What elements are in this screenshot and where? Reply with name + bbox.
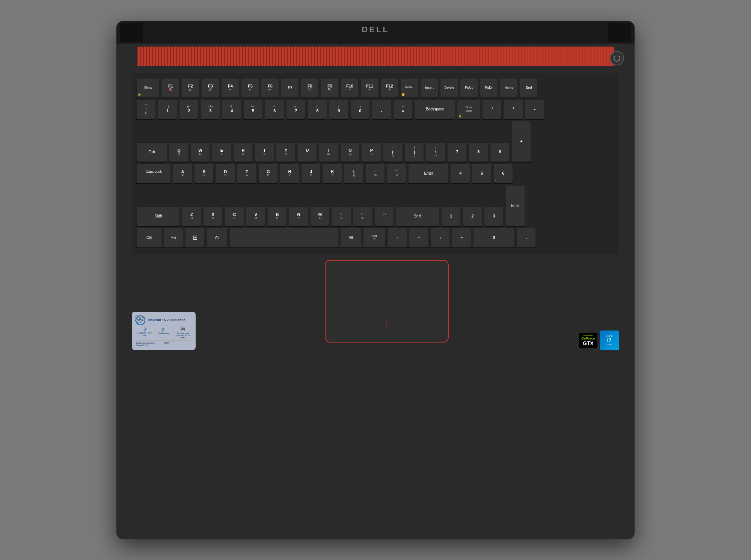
key-f4[interactable]: F4 ⏮ [221, 78, 239, 98]
key-num4[interactable]: 4 [451, 164, 470, 183]
key-f12[interactable]: F12 ☀ [380, 78, 398, 98]
key-num9[interactable]: 9 [490, 142, 510, 162]
key-home[interactable]: Home [500, 78, 518, 98]
key-8[interactable]: * ; 8 [308, 100, 327, 119]
key-ctrl-left[interactable]: Ctrl [136, 228, 162, 248]
key-f3[interactable]: F3 🔊 [201, 78, 219, 98]
key-prtscr[interactable]: PrtScr 📶 [400, 78, 418, 98]
key-period[interactable]: > . Ю [353, 207, 372, 226]
key-r[interactable]: R К [233, 142, 253, 162]
key-o[interactable]: O Щ [340, 142, 360, 162]
key-j[interactable]: J О [301, 164, 321, 183]
key-s[interactable]: S Ы [194, 164, 214, 183]
key-d[interactable]: D В [216, 164, 235, 183]
key-x[interactable]: X Ч [203, 207, 223, 226]
key-equals[interactable]: + = [393, 100, 413, 119]
key-backspace[interactable]: Backspace [415, 100, 455, 119]
key-rbracket[interactable]: } ] Ъ [404, 142, 424, 162]
key-q[interactable]: Q Й [169, 142, 189, 162]
key-1[interactable]: ! | 1 [158, 100, 177, 119]
key-h[interactable]: H Р [280, 164, 299, 183]
key-y[interactable]: Y Н [276, 142, 296, 162]
key-num1[interactable]: 1 [441, 207, 461, 226]
key-f11[interactable]: F11 ☀ [360, 78, 379, 98]
key-6[interactable]: ^ , 6 [265, 100, 284, 119]
key-f2[interactable]: F2 🔉 [181, 78, 199, 98]
key-alt-left[interactable]: Alt [207, 228, 228, 248]
key-slash[interactable]: ? / . [374, 207, 394, 226]
key-arrow-up[interactable]: ↑ [388, 228, 407, 248]
key-b[interactable]: B И [267, 207, 287, 226]
key-tab[interactable]: Tab [136, 142, 167, 162]
key-t[interactable]: T Е [255, 142, 274, 162]
key-f7[interactable]: F7 [281, 78, 299, 98]
key-pgdn[interactable]: PgDn [480, 78, 498, 98]
key-9[interactable]: ( 9 [329, 100, 348, 119]
key-u[interactable]: U Г [297, 142, 317, 162]
key-capslock[interactable]: Caps Lock • [136, 164, 171, 183]
key-a[interactable]: A Ф [173, 164, 192, 183]
key-f1[interactable]: F1 🔇 [161, 78, 179, 98]
key-arrow-down[interactable]: ↓ [430, 228, 450, 248]
key-insert[interactable]: Insert [420, 78, 438, 98]
key-enter[interactable]: Enter [408, 164, 449, 183]
key-4[interactable]: $ ; 4 [222, 100, 241, 119]
key-shift-right[interactable]: Shift [396, 207, 439, 226]
key-arrow-right[interactable]: → [452, 228, 471, 248]
key-n[interactable]: N Т [289, 207, 308, 226]
key-num7[interactable]: 7 [447, 142, 467, 162]
key-num6[interactable]: 6 - [493, 164, 513, 183]
key-i[interactable]: I Ш [319, 142, 338, 162]
key-num-slash[interactable]: / [482, 100, 502, 119]
key-backtick[interactable]: ~ ` Ё [136, 100, 156, 119]
key-l[interactable]: L Д [344, 164, 363, 183]
key-0[interactable]: ) 0 [350, 100, 370, 119]
key-quote[interactable]: " ' Э [387, 164, 406, 183]
key-semicolon[interactable]: : ; Ж [365, 164, 385, 183]
key-2[interactable]: @ " 2 [179, 100, 199, 119]
key-pgup[interactable]: PgUp [460, 78, 478, 98]
key-5[interactable]: % : 5 [243, 100, 263, 119]
key-p[interactable]: P З [362, 142, 381, 162]
key-c[interactable]: C С [225, 207, 244, 226]
key-7[interactable]: & . 7 [286, 100, 306, 119]
key-num8[interactable]: 8 [469, 142, 488, 162]
key-shift-left[interactable]: Shift [136, 207, 180, 226]
key-backslash[interactable]: | \ \ \ [426, 142, 445, 162]
key-ctrl-right[interactable]: Ctrl ☰ [363, 228, 386, 248]
key-f9[interactable]: F9 🔍 [321, 78, 339, 98]
key-w[interactable]: W Ц [190, 142, 210, 162]
key-lbracket[interactable]: { [ Х [383, 142, 403, 162]
key-f6[interactable]: F6 ⏭ [261, 78, 279, 98]
key-minus[interactable]: _ - [372, 100, 391, 119]
key-fn[interactable]: Fn [164, 228, 183, 248]
key-num-minus[interactable]: - [525, 100, 544, 119]
key-windows[interactable]: ⊞ [185, 228, 205, 248]
key-end[interactable]: End [520, 78, 538, 98]
key-k[interactable]: K Л [323, 164, 342, 183]
key-num-enter[interactable]: Enter [505, 185, 525, 226]
key-f10[interactable]: F10 ☀ [341, 78, 359, 98]
key-num-asterisk[interactable]: * [504, 100, 523, 119]
key-num-plus[interactable]: + [511, 121, 531, 162]
key-num5[interactable]: 5 [472, 164, 492, 183]
key-esc[interactable]: Esc 🔒 [136, 78, 160, 98]
key-num0[interactable]: 0 [473, 228, 514, 248]
key-v[interactable]: V М [246, 207, 265, 226]
key-arrow-left[interactable]: ← [409, 228, 428, 248]
key-comma[interactable]: < , Б [332, 207, 351, 226]
key-alt-right[interactable]: Alt [340, 228, 361, 248]
key-num2[interactable]: 2 [463, 207, 482, 226]
key-f8[interactable]: F8 ⬛ [301, 78, 319, 98]
key-m[interactable]: M Ь [310, 207, 330, 226]
key-f5[interactable]: F5 ⏯ [241, 78, 259, 98]
key-numlock[interactable]: Num Lock 🔒 [457, 100, 480, 119]
key-f[interactable]: F А [237, 164, 256, 183]
touchpad[interactable] [325, 260, 449, 343]
key-num3[interactable]: 3 [484, 207, 504, 226]
key-e[interactable]: E У [212, 142, 231, 162]
key-g[interactable]: G П [258, 164, 278, 183]
key-num-dot[interactable]: . [516, 228, 536, 248]
power-button[interactable] [610, 51, 624, 65]
key-3[interactable]: # № 3 [201, 100, 220, 119]
